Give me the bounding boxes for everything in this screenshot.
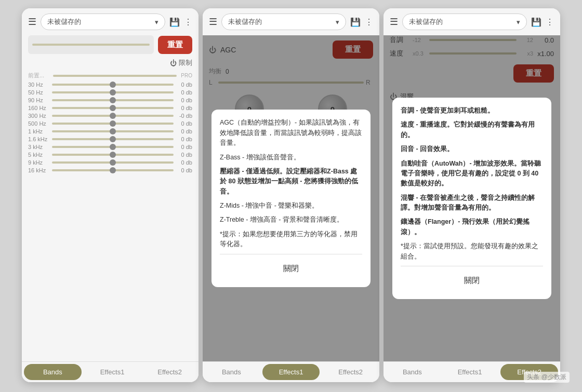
band-value: 0 db	[176, 105, 192, 111]
band-value: -0 db	[176, 113, 192, 119]
band-label: 160 Hz	[28, 105, 50, 111]
preset-label: 未被儲存的	[47, 17, 81, 26]
table-row: 5 kHz 0 db	[28, 152, 192, 158]
hamburger-icon[interactable]: ☰	[209, 16, 217, 28]
modal-close-button[interactable]: 關閉	[220, 259, 362, 279]
bottom-tabs: Bands Effects1 Effects2	[203, 361, 379, 382]
power-icon: ⏻	[170, 59, 177, 67]
table-row: 30 Hz 0 db	[28, 82, 192, 88]
more-icon[interactable]: ⋮	[546, 17, 554, 27]
band-value: 0 db	[176, 159, 192, 166]
tab-effects2[interactable]: Effects2	[141, 362, 199, 382]
save-icon[interactable]: 💾	[350, 17, 361, 27]
bottom-tabs: Bands Effects1 Effects2	[22, 361, 199, 382]
band-label: 50 Hz	[28, 89, 50, 96]
modal-p3-para-6: 鑲邊器（Flanger）- 飛行效果（用於幻覺搖滾）。	[401, 217, 543, 237]
modal-para-2: Z-Bass - 增強該低音聲音。	[220, 153, 362, 163]
band-slider[interactable]	[52, 123, 174, 125]
limit-label: 限制	[179, 58, 192, 67]
band-slider[interactable]	[52, 146, 174, 148]
band-slider[interactable]	[52, 99, 174, 101]
modal-para-6: *提示：如果您想要使用第三方的等化器，禁用等化器。	[220, 229, 362, 250]
header-icons: 💾 ⋮	[350, 17, 373, 27]
modal-overlay[interactable]: AGC（自動的增益控制）- 如果該訊號為強，有效地降低該音量，而當該訊號為較弱時…	[203, 35, 379, 361]
chevron-down-icon: ▾	[517, 18, 520, 26]
band-label: 9 kHz	[28, 159, 50, 166]
preamp-row: 前置... PRO	[28, 72, 192, 79]
tab-effects1[interactable]: Effects1	[84, 362, 141, 382]
main-slider[interactable]	[28, 35, 154, 54]
modal-p3-para-4: 自動哇音（AutoWah）- 增加波形效果。當聆聽電子音樂時，使用它是有趣的，設…	[401, 159, 543, 189]
modal-p3-para-2: 速度 - 重播速度。它對於緩慢的有聲書為有用的。	[401, 120, 543, 140]
band-label: 16 kHz	[28, 167, 50, 173]
modal-divider-p3	[401, 266, 543, 266]
preamp-slider[interactable]	[53, 75, 177, 77]
table-row: 1 kHz 0 db	[28, 128, 192, 134]
hamburger-icon[interactable]: ☰	[28, 16, 36, 28]
table-row: 1.6 kHz 0 db	[28, 136, 192, 142]
modal-para-1: AGC（自動的增益控制）- 如果該訊號為強，有效地降低該音量，而當該訊號為較弱時…	[220, 118, 362, 148]
modal-overlay-p3[interactable]: 音調 - 使聲音更加刺耳或粗糙。 速度 - 重播速度。它對於緩慢的有聲書為有用的…	[383, 35, 560, 361]
bands-content: 重置 ⏻ 限制 前置... PRO 30 Hz 0 db 50 Hz 0 db	[22, 35, 199, 361]
more-icon[interactable]: ⋮	[365, 17, 373, 27]
hamburger-icon[interactable]: ☰	[390, 16, 398, 28]
tab-bands[interactable]: Bands	[203, 362, 260, 382]
limit-row: ⏻ 限制	[28, 58, 192, 67]
preset-label: 未被儲存的	[228, 17, 262, 26]
panel-effects2: ☰ 未被儲存的 ▾ 💾 ⋮ 音調 -12 12 0.0	[383, 8, 560, 382]
band-label: 300 Hz	[28, 113, 50, 119]
table-row: 9 kHz 0 db	[28, 159, 192, 166]
modal-para-3: 壓縮器 - 僅通過低頻。設定壓縮器和Z-Bass 處於 80 狀態並增加一點高頻…	[220, 167, 362, 197]
band-value: 0 db	[176, 167, 192, 173]
tab-bands[interactable]: Bands	[24, 364, 82, 380]
modal-content: AGC（自動的增益控制）- 如果該訊號為強，有效地降低該音量，而當該訊號為較弱時…	[220, 118, 362, 249]
band-slider[interactable]	[52, 84, 174, 86]
table-row: 160 Hz 0 db	[28, 105, 192, 111]
band-slider[interactable]	[52, 154, 174, 156]
more-icon[interactable]: ⋮	[184, 17, 192, 27]
chevron-down-icon: ▾	[155, 18, 158, 26]
band-label: 90 Hz	[28, 97, 50, 103]
save-icon[interactable]: 💾	[531, 17, 541, 27]
tab-effects1[interactable]: Effects1	[441, 362, 499, 382]
modal-para-5: Z-Treble - 增強高音 - 背景和聲音清晰度。	[220, 215, 362, 225]
save-icon[interactable]: 💾	[169, 17, 180, 27]
band-slider[interactable]	[52, 138, 174, 140]
band-label: 1.6 kHz	[28, 136, 50, 142]
modal-close-button-p3[interactable]: 關閉	[401, 271, 543, 291]
modal-p3-para-5: 混響 - 在聲音被產生之後，聲音之持續性的解譯。對增加聲音音量為有用的。	[401, 193, 543, 213]
modal-divider	[220, 254, 362, 254]
tab-effects2[interactable]: Effects2	[322, 362, 379, 382]
band-slider[interactable]	[52, 169, 174, 171]
table-row: 50 Hz 0 db	[28, 89, 192, 96]
preset-dropdown[interactable]: 未被儲存的 ▾	[221, 13, 346, 30]
tab-effects1[interactable]: Effects1	[262, 364, 320, 380]
reset-button[interactable]: 重置	[158, 36, 192, 54]
preset-dropdown[interactable]: 未被儲存的 ▾	[402, 13, 527, 30]
preset-dropdown[interactable]: 未被儲存的 ▾	[41, 13, 165, 30]
band-label: 5 kHz	[28, 152, 50, 158]
panel3-header: ☰ 未被儲存的 ▾ 💾 ⋮	[383, 8, 560, 35]
panel-effects1: ☰ 未被儲存的 ▾ 💾 ⋮ ⏻ AGC 重置 均衡 0 L	[203, 8, 379, 382]
panel2-header: ☰ 未被儲存的 ▾ 💾 ⋮	[203, 8, 379, 35]
header-icons: 💾 ⋮	[169, 17, 192, 27]
band-value: 0 db	[176, 136, 192, 142]
modal-box: AGC（自動的增益控制）- 如果該訊號為強，有效地降低該音量，而當該訊號為較弱時…	[211, 110, 371, 287]
pro-badge: PRO	[181, 73, 192, 78]
band-slider[interactable]	[52, 91, 174, 93]
band-value: 0 db	[176, 128, 192, 134]
band-label: 3 kHz	[28, 144, 50, 150]
table-row: 16 kHz 0 db	[28, 167, 192, 173]
tab-bands[interactable]: Bands	[383, 362, 441, 382]
band-label: 500 Hz	[28, 120, 50, 127]
panel1-header: ☰ 未被儲存的 ▾ 💾 ⋮	[22, 8, 199, 35]
chevron-down-icon: ▾	[336, 18, 339, 26]
band-slider[interactable]	[52, 115, 174, 117]
table-row: 90 Hz 0 db	[28, 97, 192, 103]
effects1-content: ⏻ AGC 重置 均衡 0 L R 0 ⏻ Z-Mids	[203, 35, 379, 361]
band-slider[interactable]	[52, 161, 174, 164]
modal-content-p3: 音調 - 使聲音更加刺耳或粗糙。 速度 - 重播速度。它對於緩慢的有聲書為有用的…	[401, 106, 543, 262]
band-slider[interactable]	[52, 130, 174, 132]
band-slider[interactable]	[52, 107, 174, 109]
band-value: 0 db	[176, 97, 192, 103]
